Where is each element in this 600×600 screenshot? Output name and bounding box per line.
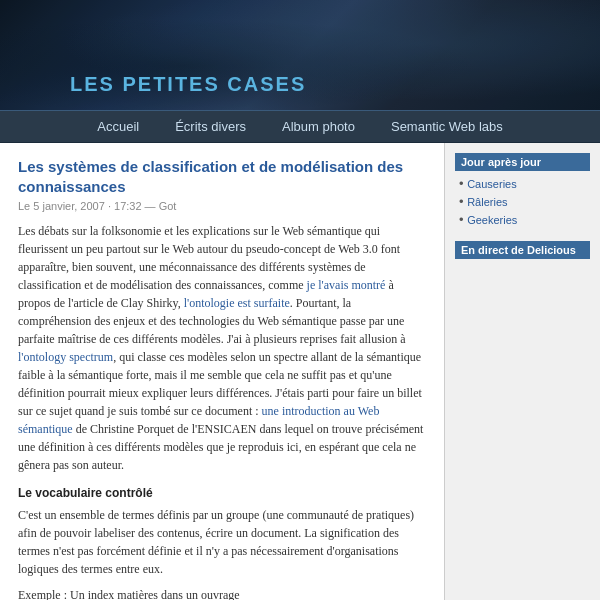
- link-raleries[interactable]: Râleries: [467, 196, 507, 208]
- article-body: Les débats sur la folksonomie et les exp…: [18, 222, 426, 600]
- article-paragraph-1: Les débats sur la folksonomie et les exp…: [18, 222, 426, 474]
- link-introduction[interactable]: une introduction au Web sémantique: [18, 404, 379, 436]
- sidebar-link-raleries: Râleries: [459, 194, 590, 209]
- main-wrapper: Les systèmes de classification et de mod…: [0, 143, 600, 600]
- article-title: Les systèmes de classification et de mod…: [18, 157, 426, 196]
- site-title[interactable]: LES PETITES CASES: [70, 73, 306, 96]
- exemple-vocabulaire: Exemple : Un index matières dans un ouvr…: [18, 586, 426, 600]
- sidebar-section-delicious: En direct de Delicious: [455, 241, 590, 259]
- sidebar-link-geekeries: Geekeries: [459, 212, 590, 227]
- sidebar-title-jour: Jour après jour: [455, 153, 590, 171]
- section-vocabulaire-text: C'est un ensemble de termes définis par …: [18, 506, 426, 578]
- link-geekeries[interactable]: Geekeries: [467, 214, 517, 226]
- sidebar-links-jour: Causeries Râleries Geekeries: [455, 176, 590, 227]
- main-nav: Accueil Écrits divers Album photo Semant…: [0, 110, 600, 143]
- nav-item-semantic: Semantic Web labs: [373, 111, 521, 142]
- nav-item-ecrits: Écrits divers: [157, 111, 264, 142]
- site-header: LES PETITES CASES: [0, 0, 600, 110]
- main-content: Les systèmes de classification et de mod…: [0, 143, 445, 600]
- sidebar: Jour après jour Causeries Râleries Geeke…: [445, 143, 600, 600]
- section-vocabulaire-title: Le vocabulaire contrôlé: [18, 484, 426, 502]
- link-ontologie[interactable]: l'ontologie est surfaite: [184, 296, 290, 310]
- sidebar-link-causeries: Causeries: [459, 176, 590, 191]
- nav-item-album: Album photo: [264, 111, 373, 142]
- sidebar-section-jour: Jour après jour Causeries Râleries Geeke…: [455, 153, 590, 227]
- nav-link-semantic[interactable]: Semantic Web labs: [373, 111, 521, 142]
- nav-item-accueil: Accueil: [79, 111, 157, 142]
- nav-link-album[interactable]: Album photo: [264, 111, 373, 142]
- nav-link-accueil[interactable]: Accueil: [79, 111, 157, 142]
- article-meta: Le 5 janvier, 2007 · 17:32 — Got: [18, 200, 426, 212]
- link-ontology-spectrum[interactable]: l'ontology spectrum: [18, 350, 113, 364]
- nav-list: Accueil Écrits divers Album photo Semant…: [79, 111, 520, 142]
- link-montré[interactable]: je l'avais montré: [307, 278, 386, 292]
- nav-link-ecrits[interactable]: Écrits divers: [157, 111, 264, 142]
- sidebar-title-delicious: En direct de Delicious: [455, 241, 590, 259]
- link-causeries[interactable]: Causeries: [467, 178, 517, 190]
